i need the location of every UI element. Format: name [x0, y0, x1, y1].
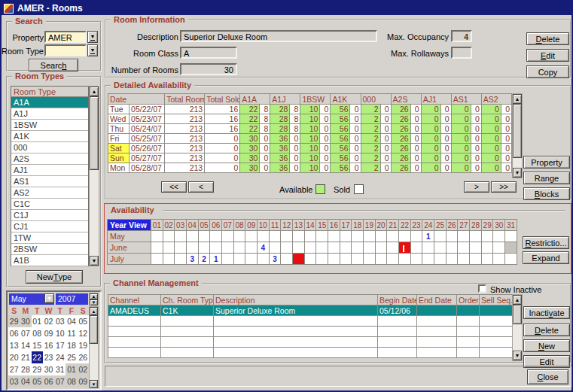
channel-cell[interactable]	[480, 316, 513, 327]
edit-button[interactable]: Edit	[526, 49, 569, 62]
sold-cell[interactable]: 0	[380, 105, 391, 114]
sold-cell[interactable]: 8	[290, 105, 300, 114]
channel-cell[interactable]	[480, 337, 513, 348]
year-view-day-cell[interactable]	[245, 254, 258, 265]
channel-row[interactable]: AMADEUSC1KSuperior Deluxe Room05/12/06	[108, 305, 513, 316]
year-view-day-cell[interactable]	[340, 231, 352, 242]
year-view-day-cell[interactable]	[293, 254, 305, 265]
year-view-day-cell[interactable]: 1	[422, 231, 434, 242]
date-cell[interactable]: 05/22/07	[130, 105, 165, 114]
room-type-item[interactable]: A1J	[11, 108, 88, 120]
available-cell[interactable]: 10	[300, 105, 320, 114]
available-cell[interactable]: 0	[421, 124, 440, 134]
calendar-day-cell[interactable]: 18	[66, 339, 77, 351]
total-room-cell[interactable]: 213	[165, 124, 205, 134]
availability-row[interactable]: Wed05/23/072131622828810056020260000000	[108, 114, 512, 124]
calendar-day-cell[interactable]: 06	[8, 327, 20, 339]
channel-cell[interactable]: 05/12/06	[378, 305, 417, 316]
available-cell[interactable]: 2	[361, 163, 380, 173]
availability-row[interactable]: Mon05/28/07213030036010056020260000000	[108, 163, 512, 173]
year-view-day-cell[interactable]	[434, 254, 447, 265]
sold-cell[interactable]: 0	[440, 144, 451, 153]
sold-cell[interactable]: 0	[440, 114, 451, 124]
date-cell[interactable]: 05/26/07	[130, 144, 165, 153]
last-page-button[interactable]: >>	[491, 181, 517, 193]
sold-cell[interactable]: 0	[260, 153, 270, 163]
available-cell[interactable]: 30	[240, 134, 260, 144]
calendar-day-cell[interactable]: 17	[54, 339, 66, 351]
sold-cell[interactable]: 0	[260, 134, 270, 144]
channel-cell[interactable]	[214, 337, 378, 348]
year-spinner[interactable]: ▲ ▼	[89, 293, 99, 305]
sold-cell[interactable]: 0	[260, 163, 270, 173]
sold-cell[interactable]: 0	[471, 144, 481, 153]
available-cell[interactable]: 0	[421, 105, 440, 114]
sold-cell[interactable]: 0	[350, 163, 361, 173]
year-view-day-cell[interactable]	[352, 231, 364, 242]
available-cell[interactable]: 22	[240, 124, 260, 134]
sold-cell[interactable]: 0	[501, 134, 511, 144]
scroll-down-icon[interactable]: ▼	[90, 256, 99, 266]
scroll-thumb[interactable]	[90, 96, 99, 170]
year-view-day-cell[interactable]	[340, 242, 352, 254]
total-sold-cell[interactable]: 0	[205, 144, 240, 153]
scroll-down-icon[interactable]: ▼	[90, 380, 98, 388]
channel-cell[interactable]	[108, 348, 161, 358]
total-room-cell[interactable]: 213	[165, 153, 205, 163]
sold-cell[interactable]: 0	[471, 163, 481, 173]
year-view-day-cell[interactable]	[281, 254, 293, 265]
sold-cell[interactable]: 0	[350, 105, 361, 114]
sold-cell[interactable]: 0	[440, 105, 451, 114]
available-cell[interactable]: 56	[331, 134, 350, 144]
channel-cell[interactable]	[457, 348, 480, 358]
sold-cell[interactable]: 0	[410, 114, 421, 124]
year-view-day-cell[interactable]	[151, 254, 163, 265]
total-sold-cell[interactable]: 0	[205, 153, 240, 163]
first-page-button[interactable]: <<	[161, 181, 187, 193]
scroll-up-icon[interactable]: ▲	[90, 87, 99, 96]
room-type-item[interactable]: A2S	[11, 153, 88, 165]
available-cell[interactable]: 0	[451, 105, 471, 114]
year-view-day-cell[interactable]	[293, 242, 305, 254]
year-view-day-cell[interactable]: 1	[210, 254, 222, 265]
availability-row[interactable]: Tue05/22/072131622828810056020260000000	[108, 105, 512, 114]
year-view-day-cell[interactable]	[422, 242, 434, 254]
channel-cell[interactable]	[480, 348, 513, 358]
calendar-day-cell[interactable]: 03	[54, 315, 66, 327]
available-cell[interactable]: 0	[451, 163, 471, 173]
available-cell[interactable]: 26	[391, 163, 410, 173]
range-button[interactable]: Range	[523, 172, 570, 184]
total-sold-cell[interactable]: 16	[205, 114, 240, 124]
date-cell[interactable]: 05/23/07	[130, 114, 165, 124]
year-view-day-cell[interactable]	[399, 242, 411, 254]
availability-row[interactable]: Sat05/26/07213030036010056020260000000	[108, 144, 512, 153]
room-type-item[interactable]: A1A	[11, 97, 88, 108]
year-view-day-cell[interactable]	[269, 231, 281, 242]
year-view-day-cell[interactable]	[258, 254, 270, 265]
date-cell[interactable]: 05/24/07	[130, 124, 165, 134]
sold-cell[interactable]: 0	[410, 105, 421, 114]
year-view-day-cell[interactable]	[410, 242, 422, 254]
year-view-day-cell[interactable]	[399, 231, 411, 242]
year-view-day-cell[interactable]	[340, 254, 352, 265]
sold-cell[interactable]: 0	[410, 134, 421, 144]
available-cell[interactable]: 36	[270, 153, 290, 163]
available-cell[interactable]: 0	[421, 144, 440, 153]
scroll-down-icon[interactable]: ▼	[513, 168, 522, 178]
year-view-day-cell[interactable]	[304, 231, 316, 242]
available-cell[interactable]: 0	[451, 114, 471, 124]
available-cell[interactable]: 26	[391, 144, 410, 153]
year-view-day-cell[interactable]	[316, 242, 328, 254]
sold-cell[interactable]: 0	[320, 153, 331, 163]
sold-cell[interactable]: 0	[410, 144, 421, 153]
sold-cell[interactable]: 0	[350, 114, 361, 124]
year-view-day-cell[interactable]	[470, 231, 482, 242]
channel-cell[interactable]: C1K	[161, 305, 214, 316]
channel-cell[interactable]	[108, 327, 161, 337]
sold-cell[interactable]: 0	[501, 153, 511, 163]
year-view-day-cell[interactable]	[446, 231, 458, 242]
spinner-down-icon[interactable]: ▼	[90, 299, 98, 305]
sold-cell[interactable]: 0	[290, 153, 300, 163]
room-type-item[interactable]: A1K	[11, 131, 88, 142]
channel-cell[interactable]	[417, 348, 457, 358]
